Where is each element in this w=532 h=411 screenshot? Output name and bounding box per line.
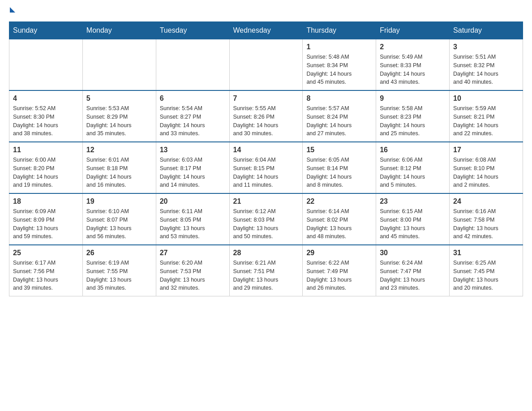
calendar-cell: 20Sunrise: 6:11 AM Sunset: 8:05 PM Dayli… [156, 193, 229, 245]
calendar-cell: 14Sunrise: 6:04 AM Sunset: 8:15 PM Dayli… [229, 142, 303, 193]
day-number: 24 [453, 197, 519, 206]
day-number: 25 [13, 249, 79, 257]
calendar-cell: 2Sunrise: 5:49 AM Sunset: 8:33 PM Daylig… [376, 39, 450, 91]
day-number: 12 [86, 146, 152, 154]
day-number: 10 [453, 94, 519, 103]
calendar-cell: 4Sunrise: 5:52 AM Sunset: 8:30 PM Daylig… [9, 90, 83, 142]
calendar-cell [82, 39, 156, 91]
calendar-cell: 28Sunrise: 6:21 AM Sunset: 7:51 PM Dayli… [229, 245, 303, 296]
calendar-cell: 30Sunrise: 6:24 AM Sunset: 7:47 PM Dayli… [376, 245, 450, 296]
weekday-header-wednesday: Wednesday [229, 22, 303, 39]
day-info: Sunrise: 6:04 AM Sunset: 8:15 PM Dayligh… [233, 156, 299, 189]
weekday-header-monday: Monday [82, 22, 156, 39]
logo [9, 9, 15, 13]
day-number: 21 [233, 197, 299, 206]
day-number: 26 [86, 249, 152, 257]
day-info: Sunrise: 6:15 AM Sunset: 8:00 PM Dayligh… [380, 207, 446, 241]
day-info: Sunrise: 6:19 AM Sunset: 7:55 PM Dayligh… [86, 259, 152, 292]
calendar-cell: 27Sunrise: 6:20 AM Sunset: 7:53 PM Dayli… [156, 245, 229, 296]
day-number: 15 [306, 146, 372, 154]
calendar-week-1: 1Sunrise: 5:48 AM Sunset: 8:34 PM Daylig… [9, 39, 523, 91]
day-info: Sunrise: 5:52 AM Sunset: 8:30 PM Dayligh… [13, 104, 79, 138]
calendar-cell: 11Sunrise: 6:00 AM Sunset: 8:20 PM Dayli… [9, 142, 83, 193]
calendar-cell: 24Sunrise: 6:16 AM Sunset: 7:58 PM Dayli… [450, 193, 523, 245]
calendar-cell [9, 39, 83, 91]
day-number: 11 [13, 146, 79, 154]
day-number: 19 [86, 197, 152, 206]
day-number: 16 [380, 146, 446, 154]
day-info: Sunrise: 5:54 AM Sunset: 8:27 PM Dayligh… [160, 104, 226, 138]
day-info: Sunrise: 6:24 AM Sunset: 7:47 PM Dayligh… [380, 259, 446, 292]
day-info: Sunrise: 6:11 AM Sunset: 8:05 PM Dayligh… [160, 207, 226, 241]
day-info: Sunrise: 6:20 AM Sunset: 7:53 PM Dayligh… [160, 259, 226, 292]
day-info: Sunrise: 5:53 AM Sunset: 8:29 PM Dayligh… [86, 104, 152, 138]
calendar-cell: 9Sunrise: 5:58 AM Sunset: 8:23 PM Daylig… [376, 90, 450, 142]
calendar-cell: 3Sunrise: 5:51 AM Sunset: 8:32 PM Daylig… [450, 39, 523, 91]
day-info: Sunrise: 5:57 AM Sunset: 8:24 PM Dayligh… [306, 104, 372, 138]
weekday-header-saturday: Saturday [450, 22, 523, 39]
day-number: 7 [233, 94, 299, 103]
calendar-cell [229, 39, 303, 91]
day-number: 30 [380, 249, 446, 257]
day-number: 28 [233, 249, 299, 257]
calendar-cell: 23Sunrise: 6:15 AM Sunset: 8:00 PM Dayli… [376, 193, 450, 245]
weekday-header-tuesday: Tuesday [156, 22, 229, 39]
day-number: 6 [160, 94, 226, 103]
calendar-cell: 6Sunrise: 5:54 AM Sunset: 8:27 PM Daylig… [156, 90, 229, 142]
day-number: 18 [13, 197, 79, 206]
calendar-cell: 19Sunrise: 6:10 AM Sunset: 8:07 PM Dayli… [82, 193, 156, 245]
day-number: 17 [453, 146, 519, 154]
calendar-cell: 12Sunrise: 6:01 AM Sunset: 8:18 PM Dayli… [82, 142, 156, 193]
page-header [9, 9, 523, 13]
day-number: 14 [233, 146, 299, 154]
logo-triangle-icon [10, 7, 15, 13]
calendar-cell: 18Sunrise: 6:09 AM Sunset: 8:09 PM Dayli… [9, 193, 83, 245]
day-info: Sunrise: 6:10 AM Sunset: 8:07 PM Dayligh… [86, 207, 152, 241]
day-info: Sunrise: 6:21 AM Sunset: 7:51 PM Dayligh… [233, 259, 299, 292]
calendar-table: SundayMondayTuesdayWednesdayThursdayFrid… [9, 21, 523, 296]
day-info: Sunrise: 6:22 AM Sunset: 7:49 PM Dayligh… [306, 259, 372, 292]
day-info: Sunrise: 6:05 AM Sunset: 8:14 PM Dayligh… [306, 156, 372, 189]
day-info: Sunrise: 6:12 AM Sunset: 8:03 PM Dayligh… [233, 207, 299, 241]
calendar-cell: 13Sunrise: 6:03 AM Sunset: 8:17 PM Dayli… [156, 142, 229, 193]
day-info: Sunrise: 6:17 AM Sunset: 7:56 PM Dayligh… [13, 259, 79, 292]
day-info: Sunrise: 6:25 AM Sunset: 7:45 PM Dayligh… [453, 259, 519, 292]
weekday-header-sunday: Sunday [9, 22, 83, 39]
day-number: 23 [380, 197, 446, 206]
day-info: Sunrise: 6:16 AM Sunset: 7:58 PM Dayligh… [453, 207, 519, 241]
day-info: Sunrise: 6:06 AM Sunset: 8:12 PM Dayligh… [380, 156, 446, 189]
calendar-cell: 7Sunrise: 5:55 AM Sunset: 8:26 PM Daylig… [229, 90, 303, 142]
calendar-cell: 29Sunrise: 6:22 AM Sunset: 7:49 PM Dayli… [303, 245, 376, 296]
calendar-cell: 22Sunrise: 6:14 AM Sunset: 8:02 PM Dayli… [303, 193, 376, 245]
calendar-cell: 8Sunrise: 5:57 AM Sunset: 8:24 PM Daylig… [303, 90, 376, 142]
calendar-cell: 21Sunrise: 6:12 AM Sunset: 8:03 PM Dayli… [229, 193, 303, 245]
weekday-header-friday: Friday [376, 22, 450, 39]
calendar-week-5: 25Sunrise: 6:17 AM Sunset: 7:56 PM Dayli… [9, 245, 523, 296]
calendar-cell: 15Sunrise: 6:05 AM Sunset: 8:14 PM Dayli… [303, 142, 376, 193]
calendar-cell [156, 39, 229, 91]
day-info: Sunrise: 5:51 AM Sunset: 8:32 PM Dayligh… [453, 53, 519, 86]
day-number: 31 [453, 249, 519, 257]
day-info: Sunrise: 5:58 AM Sunset: 8:23 PM Dayligh… [380, 104, 446, 138]
day-info: Sunrise: 5:59 AM Sunset: 8:21 PM Dayligh… [453, 104, 519, 138]
day-info: Sunrise: 5:55 AM Sunset: 8:26 PM Dayligh… [233, 104, 299, 138]
calendar-header-row: SundayMondayTuesdayWednesdayThursdayFrid… [9, 22, 523, 39]
day-number: 5 [86, 94, 152, 103]
day-number: 27 [160, 249, 226, 257]
weekday-header-thursday: Thursday [303, 22, 376, 39]
calendar-cell: 5Sunrise: 5:53 AM Sunset: 8:29 PM Daylig… [82, 90, 156, 142]
day-number: 2 [380, 43, 446, 51]
day-info: Sunrise: 6:09 AM Sunset: 8:09 PM Dayligh… [13, 207, 79, 241]
calendar-cell: 26Sunrise: 6:19 AM Sunset: 7:55 PM Dayli… [82, 245, 156, 296]
calendar-week-4: 18Sunrise: 6:09 AM Sunset: 8:09 PM Dayli… [9, 193, 523, 245]
day-info: Sunrise: 6:03 AM Sunset: 8:17 PM Dayligh… [160, 156, 226, 189]
calendar-cell: 31Sunrise: 6:25 AM Sunset: 7:45 PM Dayli… [450, 245, 523, 296]
calendar-week-2: 4Sunrise: 5:52 AM Sunset: 8:30 PM Daylig… [9, 90, 523, 142]
day-number: 9 [380, 94, 446, 103]
day-number: 4 [13, 94, 79, 103]
calendar-week-3: 11Sunrise: 6:00 AM Sunset: 8:20 PM Dayli… [9, 142, 523, 193]
calendar-cell: 1Sunrise: 5:48 AM Sunset: 8:34 PM Daylig… [303, 39, 376, 91]
day-info: Sunrise: 6:14 AM Sunset: 8:02 PM Dayligh… [306, 207, 372, 241]
day-info: Sunrise: 6:01 AM Sunset: 8:18 PM Dayligh… [86, 156, 152, 189]
calendar-cell: 25Sunrise: 6:17 AM Sunset: 7:56 PM Dayli… [9, 245, 83, 296]
